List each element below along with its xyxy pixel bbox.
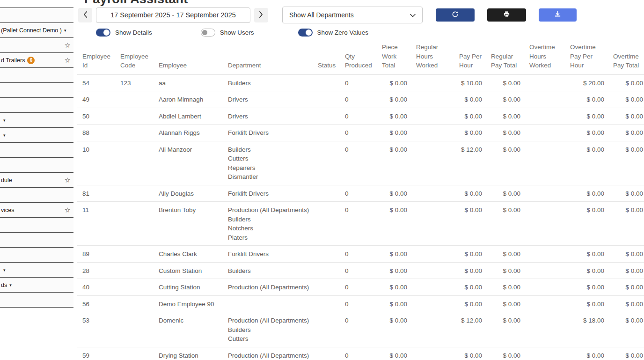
toggle-switch[interactable] <box>201 29 215 37</box>
sidebar-item[interactable] <box>0 8 73 23</box>
print-button[interactable] <box>487 8 526 22</box>
table-row: 59Drying StationProduction (All Departme… <box>77 347 644 360</box>
cell-employee-name: aa <box>154 74 223 91</box>
cell-overtime-hours-worked <box>524 347 565 360</box>
sidebar-item[interactable]: vices☆ <box>0 203 73 218</box>
cell-qty-produced: 0 <box>340 347 377 360</box>
cell-qty-produced: 0 <box>340 279 377 296</box>
sidebar-item[interactable]: dule☆ <box>0 173 73 188</box>
toolbar: Show All Departments <box>77 7 644 23</box>
caret-down-icon: ▾ <box>3 133 6 138</box>
sidebar-item[interactable] <box>0 68 73 83</box>
toggle-switch[interactable] <box>96 29 110 37</box>
sidebar-item[interactable] <box>0 293 73 308</box>
toggle-show-users[interactable]: Show Users <box>201 29 254 37</box>
next-date-button[interactable] <box>254 8 268 22</box>
cell-status <box>313 262 340 279</box>
cell-departments: BuildersCuttersRepairersDismantler <box>223 141 313 185</box>
toggle-label: Show Details <box>115 29 152 36</box>
sidebar-item[interactable] <box>0 233 73 248</box>
sidebar-item[interactable]: ☆ <box>0 38 73 53</box>
toggle-switch[interactable] <box>298 29 313 37</box>
sidebar-item[interactable]: ▾ <box>0 113 73 128</box>
cell-employee-code <box>115 347 154 360</box>
prev-date-button[interactable] <box>78 8 92 22</box>
cell-piece-work-total: $ 0.00 <box>377 279 411 296</box>
cell-employee-code <box>115 279 154 296</box>
toggle-show-zero-values[interactable]: Show Zero Values <box>298 29 368 37</box>
sidebar-item[interactable] <box>0 218 73 233</box>
cell-overtime-pay-total: $ 0.00 <box>608 141 644 185</box>
cell-employee-code <box>115 202 154 246</box>
cell-employee-id: 88 <box>77 125 115 141</box>
cell-regular-pay-total: $ 0.00 <box>486 125 524 141</box>
sidebar-item[interactable] <box>0 143 73 158</box>
cell-employee-name: Custom Station <box>154 262 223 279</box>
cell-pay-per-hour: $ 0.00 <box>454 91 486 108</box>
download-button[interactable] <box>539 8 577 22</box>
cell-departments: Builders <box>223 262 313 279</box>
sidebar-item[interactable]: ds▾ <box>0 278 73 293</box>
cell-piece-work-total: $ 0.00 <box>377 246 411 263</box>
cell-departments: Production (All Departments)Misc <box>223 347 313 360</box>
cell-qty-produced: 0 <box>340 295 377 312</box>
cell-overtime-pay-total: $ 0.00 <box>608 312 644 347</box>
sidebar-item[interactable] <box>0 83 73 98</box>
cell-piece-work-total: $ 0.00 <box>377 74 411 91</box>
sidebar-item[interactable] <box>0 158 73 173</box>
column-header-employee-code: Employee Code <box>115 41 154 74</box>
department-line: Forklift Drivers <box>228 189 311 198</box>
cell-departments: Production (All Departments)BuildersCutt… <box>223 312 313 347</box>
cell-employee-id: 89 <box>77 246 115 263</box>
favorite-star-icon[interactable]: ☆ <box>65 176 71 184</box>
column-header-piece-work-total: Piece Work Total <box>377 41 411 74</box>
cell-regular-pay-total: $ 0.00 <box>486 246 524 263</box>
department-line: Cutters <box>228 334 311 344</box>
cell-qty-produced: 0 <box>340 91 377 108</box>
cell-overtime-pay-per-hour: $ 18.00 <box>565 312 608 347</box>
sidebar-item[interactable]: ▾ <box>0 263 73 278</box>
cell-employee-name: Demo Employee 90 <box>154 295 223 312</box>
cell-qty-produced: 0 <box>340 262 377 279</box>
table-row: 81Ally DouglasForklift Drivers0$ 0.00$ 0… <box>77 185 644 202</box>
department-line: Production (All Departments) <box>228 316 311 325</box>
cell-regular-pay-total: $ 0.00 <box>486 185 524 202</box>
sidebar-item[interactable] <box>0 98 73 113</box>
sidebar-item[interactable] <box>0 188 73 203</box>
cell-overtime-pay-per-hour: $ 0.00 <box>565 347 608 360</box>
cell-departments: Drivers <box>223 108 313 125</box>
column-header-pay-per-hour: Pay Per Hour <box>454 41 486 74</box>
table-header-row: Employee Id Employee Code Employee Depar… <box>77 41 644 74</box>
table-row: 40Cutting StationProduction (All Departm… <box>77 279 644 296</box>
sidebar-item[interactable] <box>0 248 73 263</box>
favorite-star-icon[interactable]: ☆ <box>65 206 71 213</box>
column-header-status: Status <box>313 41 340 74</box>
cell-pay-per-hour: $ 0.00 <box>454 185 486 202</box>
cell-overtime-hours-worked <box>524 91 565 108</box>
department-line: Drivers <box>228 95 311 104</box>
favorite-star-icon[interactable]: ☆ <box>65 42 71 49</box>
toggle-show-details[interactable]: Show Details <box>96 29 152 37</box>
cell-regular-pay-total: $ 0.00 <box>486 91 524 108</box>
department-select[interactable]: Show All Departments <box>282 7 423 23</box>
cell-overtime-hours-worked <box>524 312 565 347</box>
cell-regular-pay-total: $ 0.00 <box>486 108 524 125</box>
date-range-input[interactable] <box>96 7 250 23</box>
department-line: Drivers <box>228 112 311 121</box>
sidebar-item[interactable]: (Pallet Connect Demo )▾ <box>0 23 73 38</box>
toggle-row: Show Details Show Users Show Zero Values <box>77 28 644 37</box>
cell-status <box>313 91 340 108</box>
caret-down-icon: ▾ <box>9 283 12 287</box>
sidebar-item[interactable]: ▾ <box>0 128 73 143</box>
cell-piece-work-total: $ 0.00 <box>377 185 411 202</box>
cell-employee-id: 59 <box>77 347 115 360</box>
sidebar-item[interactable]: d Trailers6☆ <box>0 53 73 68</box>
table-row: 11Brenton TobyProduction (All Department… <box>77 202 644 246</box>
refresh-button[interactable] <box>436 8 475 22</box>
favorite-star-icon[interactable]: ☆ <box>65 57 71 64</box>
cell-departments: Production (All Departments) <box>223 279 313 296</box>
caret-down-icon: ▾ <box>64 28 66 33</box>
cell-regular-pay-total: $ 0.00 <box>486 74 524 91</box>
cell-overtime-pay-total: $ 0.00 <box>608 347 644 360</box>
cell-qty-produced: 0 <box>340 202 377 246</box>
